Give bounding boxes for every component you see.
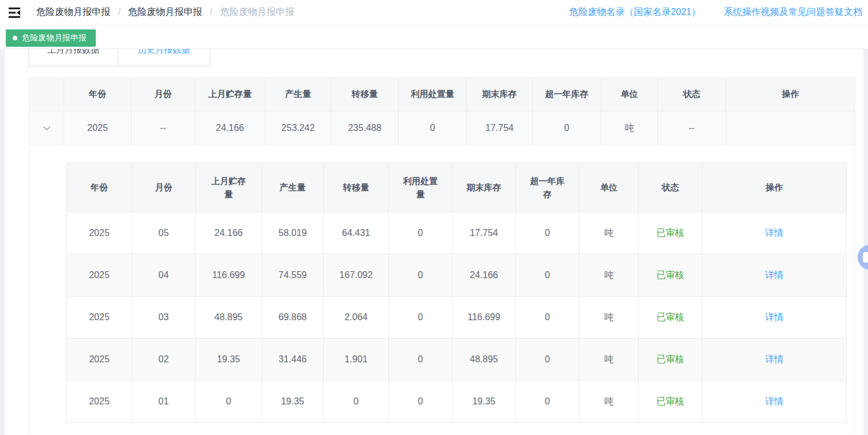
- col-produced: 产生量: [265, 78, 331, 111]
- detail-link[interactable]: 详情: [765, 354, 784, 364]
- tab-label: 历史月报数据: [118, 48, 209, 58]
- col-month: 月份: [132, 78, 195, 111]
- cell-year: 2025: [67, 254, 132, 297]
- cell-ending: 17.754: [452, 212, 516, 254]
- topbar-links: 危险废物名录（国家名录2021） 系统操作视频及常见问题答疑文档: [569, 6, 862, 18]
- cell-over-one-year: 0: [516, 381, 579, 423]
- cell-prev-storage: 24.166: [196, 212, 262, 254]
- summary-data-row: 2025 -- 24.166 253.242 235.488 0 17.754 …: [29, 111, 855, 145]
- col-over-one-year: 超一年库存: [516, 163, 579, 212]
- cell-over-one-year: 0: [516, 254, 579, 297]
- status-badge: 已审核: [657, 228, 684, 238]
- cell-transferred: 1.901: [324, 339, 389, 381]
- detail-link[interactable]: 详情: [765, 312, 784, 322]
- status-badge: 已审核: [657, 312, 684, 322]
- table-row: 2025 04 116.699 74.559 167.092 0 24.166 …: [67, 254, 847, 297]
- cell-utilized: 0: [389, 339, 452, 381]
- cell-month: 02: [132, 339, 196, 381]
- cell-prev-storage: 0: [196, 381, 262, 423]
- content-panel: 上月月报数据 历史月报数据 年份 月份 上月贮存量 产生量 转移量 利用处置量 …: [5, 48, 863, 435]
- cell-action: 详情: [702, 254, 847, 297]
- cell-transferred: 2.064: [324, 297, 389, 339]
- col-year: 年份: [67, 163, 132, 212]
- breadcrumb-item[interactable]: 危险废物月报申报: [128, 7, 202, 17]
- cell-prev-storage: 24.166: [195, 111, 265, 145]
- col-unit: 单位: [601, 78, 658, 111]
- cell-action: 详情: [702, 212, 847, 254]
- col-utilized: 利用处置量: [389, 163, 452, 212]
- cell-expand: [29, 111, 64, 145]
- detail-link[interactable]: 详情: [765, 396, 784, 406]
- cell-utilized: 0: [399, 111, 467, 145]
- table-row: 2025 03 48.895 69.868 2.064 0 116.699 0 …: [67, 297, 847, 339]
- col-produced: 产生量: [262, 163, 324, 212]
- cell-unit: 吨: [579, 381, 639, 423]
- cell-month: 05: [132, 212, 196, 254]
- col-ending: 期末库存: [452, 163, 516, 212]
- col-prev-storage: 上月贮存量: [196, 163, 262, 212]
- table-row: 2025 01 0 19.35 0 0 19.35 0 吨 已审核 详情: [67, 381, 847, 423]
- history-table: 年份 月份 上月贮存量 产生量 转移量 利用处置量 期末库存 超一年库存 单位 …: [66, 163, 847, 423]
- chevron-down-icon[interactable]: [43, 123, 51, 133]
- cell-produced: 69.868: [262, 297, 324, 339]
- cell-utilized: 0: [389, 297, 452, 339]
- menu-fold-icon[interactable]: [9, 7, 21, 18]
- cell-produced: 253.242: [265, 111, 331, 145]
- cell-month: 01: [132, 381, 196, 423]
- content-background: 上月月报数据 历史月报数据 年份 月份 上月贮存量 产生量 转移量 利用处置量 …: [0, 48, 868, 435]
- cell-month: 04: [132, 254, 196, 297]
- detail-link[interactable]: 详情: [765, 270, 784, 280]
- col-action: 操作: [726, 78, 855, 111]
- tab-last-month-data[interactable]: 上月月报数据: [28, 49, 118, 66]
- cell-month: --: [132, 111, 195, 145]
- cell-over-one-year: 0: [516, 212, 579, 254]
- col-month: 月份: [132, 163, 196, 212]
- breadcrumb-item[interactable]: 危险废物月报申报: [36, 7, 110, 17]
- status-badge: 已审核: [657, 396, 684, 406]
- col-unit: 单位: [579, 163, 639, 212]
- page-tag[interactable]: 危险废物月报申报: [6, 29, 96, 47]
- cell-month: 03: [132, 297, 196, 339]
- table-row: 2025 05 24.166 58.019 64.431 0 17.754 0 …: [67, 212, 847, 254]
- cell-action: 详情: [702, 297, 847, 339]
- cell-ending: 48.895: [452, 339, 516, 381]
- cell-utilized: 0: [389, 254, 452, 297]
- hazardous-waste-catalog-link[interactable]: 危险废物名录（国家名录2021）: [569, 6, 701, 18]
- cell-over-one-year: 0: [516, 297, 579, 339]
- cell-transferred: 64.431: [324, 212, 389, 254]
- tab-history-data[interactable]: 历史月报数据: [118, 49, 210, 66]
- tab-label: 上月月报数据: [29, 48, 118, 58]
- cell-prev-storage: 116.699: [196, 254, 262, 297]
- col-prev-storage: 上月贮存量: [195, 78, 265, 111]
- cell-year: 2025: [67, 297, 132, 339]
- cell-produced: 31.446: [262, 339, 324, 381]
- cell-prev-storage: 19.35: [196, 339, 262, 381]
- cell-unit: 吨: [579, 212, 639, 254]
- cell-ending: 116.699: [452, 297, 516, 339]
- page-tag-label: 危险废物月报申报: [22, 33, 87, 43]
- cell-status: 已审核: [639, 254, 702, 297]
- cell-transferred: 235.488: [331, 111, 399, 145]
- cell-produced: 58.019: [262, 212, 324, 254]
- cell-year: 2025: [67, 381, 132, 423]
- cell-unit: 吨: [579, 339, 639, 381]
- cell-unit: 吨: [579, 297, 639, 339]
- cell-status: --: [658, 111, 726, 145]
- cell-ending: 19.35: [452, 381, 516, 423]
- cell-year: 2025: [64, 111, 132, 145]
- status-badge: 已审核: [657, 270, 684, 280]
- expanded-row-area: 年份 月份 上月贮存量 产生量 转移量 利用处置量 期末库存 超一年库存 单位 …: [29, 145, 855, 434]
- col-transferred: 转移量: [331, 78, 399, 111]
- col-status: 状态: [658, 78, 726, 111]
- cell-status: 已审核: [639, 339, 702, 381]
- cell-action: 详情: [702, 339, 847, 381]
- cell-utilized: 0: [389, 381, 452, 423]
- help-docs-link[interactable]: 系统操作视频及常见问题答疑文档: [724, 6, 862, 18]
- cell-transferred: 0: [324, 381, 389, 423]
- breadcrumb: 危险废物月报申报 / 危险废物月报申报 / 危险废物月报申报: [36, 6, 294, 18]
- detail-link[interactable]: 详情: [765, 228, 784, 238]
- cell-unit: 吨: [579, 254, 639, 297]
- col-over-one-year: 超一年库存: [533, 78, 601, 111]
- col-expand: [29, 78, 64, 111]
- history-header-row: 年份 月份 上月贮存量 产生量 转移量 利用处置量 期末库存 超一年库存 单位 …: [67, 163, 847, 212]
